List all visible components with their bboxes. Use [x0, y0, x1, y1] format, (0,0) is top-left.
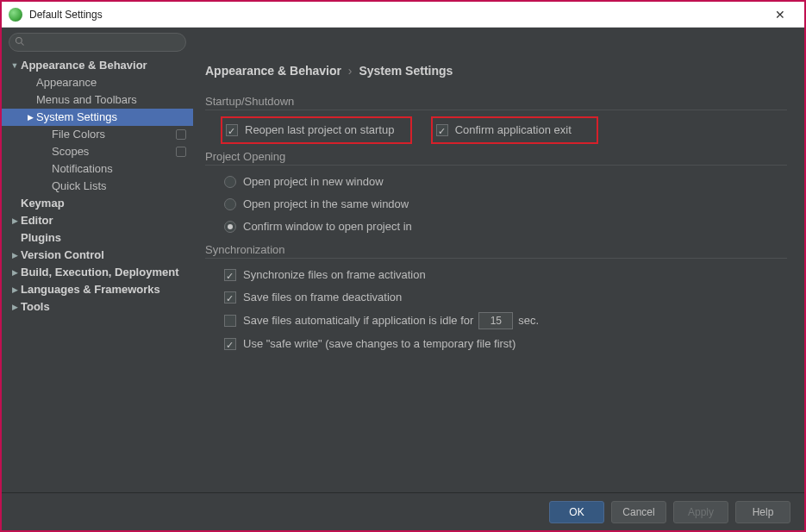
sidebar-item-version-control[interactable]: ▶Version Control	[2, 247, 193, 264]
sidebar-item-plugins[interactable]: ▶Plugins	[2, 229, 193, 247]
sidebar-item-menus-and-toolbars[interactable]: ▶Menus and Toolbars	[2, 91, 193, 109]
checkbox-sync-on-activation[interactable]: Synchronize files on frame activation	[205, 264, 787, 286]
sidebar-item-notifications[interactable]: ▶Notifications	[2, 160, 193, 178]
idle-seconds-input[interactable]	[478, 312, 513, 329]
sidebar-item-label: Build, Execution, Deployment	[21, 264, 178, 281]
sidebar-item-build-execution-deployment[interactable]: ▶Build, Execution, Deployment	[2, 264, 193, 281]
help-button[interactable]: Help	[735, 501, 790, 523]
settings-sidebar: ▼Appearance & Behavior▶Appearance▶Menus …	[2, 55, 193, 492]
cancel-button[interactable]: Cancel	[611, 501, 666, 523]
sidebar-item-scopes[interactable]: ▶Scopes	[2, 143, 193, 160]
app-icon	[9, 8, 22, 22]
checkbox-confirm-exit[interactable]: Confirm application exit	[433, 119, 572, 141]
radio-icon	[224, 176, 236, 188]
checkbox-icon	[436, 124, 448, 136]
sidebar-item-label: Quick Lists	[52, 178, 107, 195]
radio-confirm-window[interactable]: Confirm window to open project in	[205, 216, 787, 238]
sidebar-item-label: File Colors	[52, 126, 105, 143]
ok-button[interactable]: OK	[549, 501, 604, 523]
chevron-right-icon: ▶	[10, 298, 19, 316]
chevron-right-icon: ▶	[10, 281, 19, 298]
highlight-confirm-exit: Confirm application exit	[431, 116, 598, 144]
chevron-right-icon: ▶	[10, 212, 19, 229]
sidebar-item-keymap[interactable]: ▶Keymap	[2, 195, 193, 212]
sidebar-item-system-settings[interactable]: ▶System Settings	[2, 109, 193, 126]
sidebar-item-file-colors[interactable]: ▶File Colors	[2, 126, 193, 143]
sidebar-item-label: Appearance & Behavior	[21, 57, 147, 74]
sidebar-item-label: Plugins	[21, 229, 61, 247]
checkbox-auto-save-idle[interactable]: Save files automatically if application …	[205, 309, 787, 333]
checkbox-save-on-deactivation[interactable]: Save files on frame deactivation	[205, 286, 787, 309]
sidebar-item-label: Notifications	[52, 160, 113, 178]
sidebar-item-label: Tools	[21, 298, 50, 316]
chevron-down-icon: ▼	[10, 57, 19, 74]
checkbox-reopen-last-project[interactable]: Reopen last project on startup	[222, 119, 394, 141]
checkbox-icon	[226, 124, 238, 136]
sidebar-item-quick-lists[interactable]: ▶Quick Lists	[2, 178, 193, 195]
sidebar-item-label: System Settings	[36, 109, 117, 126]
highlight-reopen: Reopen last project on startup	[221, 116, 412, 144]
radio-icon	[224, 198, 236, 210]
chevron-right-icon: ▶	[10, 247, 19, 264]
chevron-right-icon: ▶	[26, 109, 34, 126]
checkbox-icon	[224, 291, 236, 304]
breadcrumb-parent[interactable]: Appearance & Behavior	[205, 64, 341, 78]
sidebar-item-label: Version Control	[21, 247, 104, 264]
radio-open-same-window[interactable]: Open project in the same window	[205, 193, 787, 216]
search-bar	[2, 28, 804, 55]
breadcrumb-current: System Settings	[359, 64, 453, 78]
apply-button[interactable]: Apply	[673, 501, 728, 523]
chevron-right-icon: ›	[348, 64, 353, 78]
sidebar-item-appearance-behavior[interactable]: ▼Appearance & Behavior	[2, 57, 193, 74]
close-icon[interactable]: ✕	[763, 8, 797, 22]
section-startup: Startup/Shutdown	[205, 90, 787, 110]
titlebar: Default Settings ✕	[2, 2, 804, 28]
sidebar-item-label: Menus and Toolbars	[36, 91, 137, 109]
dialog-footer: OK Cancel Apply Help	[2, 492, 804, 530]
sidebar-item-label: Scopes	[52, 143, 89, 160]
checkbox-icon	[224, 269, 236, 281]
sidebar-item-languages-frameworks[interactable]: ▶Languages & Frameworks	[2, 281, 193, 298]
chevron-right-icon: ▶	[10, 264, 19, 281]
breadcrumb: Appearance & Behavior › System Settings	[205, 55, 787, 90]
sidebar-item-editor[interactable]: ▶Editor	[2, 212, 193, 229]
checkbox-icon	[224, 315, 236, 327]
radio-icon	[224, 221, 236, 233]
search-input[interactable]	[9, 33, 186, 52]
sidebar-item-label: Editor	[21, 212, 53, 229]
checkbox-icon	[224, 338, 236, 350]
checkbox-safe-write[interactable]: Use "safe write" (save changes to a temp…	[205, 333, 787, 355]
sidebar-item-label: Keymap	[21, 195, 65, 212]
radio-open-new-window[interactable]: Open project in new window	[205, 171, 787, 193]
sidebar-item-tools[interactable]: ▶Tools	[2, 298, 193, 316]
project-badge-icon	[176, 129, 186, 140]
section-project-opening: Project Opening	[205, 145, 787, 166]
sidebar-item-label: Appearance	[36, 74, 97, 91]
project-badge-icon	[176, 147, 186, 157]
settings-content: Appearance & Behavior › System Settings …	[193, 55, 804, 492]
sidebar-item-appearance[interactable]: ▶Appearance	[2, 74, 193, 91]
sidebar-item-label: Languages & Frameworks	[21, 281, 160, 298]
section-synchronization: Synchronization	[205, 238, 787, 259]
window-title: Default Settings	[29, 9, 763, 21]
